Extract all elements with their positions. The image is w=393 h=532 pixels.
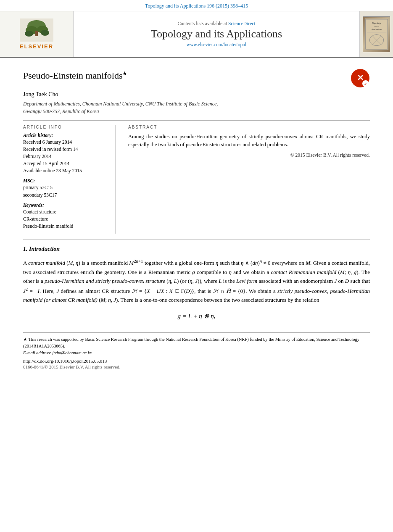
journal-center-info: Contents lists available at ScienceDirec… — [74, 11, 359, 57]
received-2: Received in revised form 14 — [23, 146, 108, 153]
article-info-label: ARTICLE INFO — [23, 125, 108, 129]
msc-secondary: secondary 53C17 — [23, 192, 108, 198]
keyword-1: Contact structure — [23, 208, 108, 215]
info-abstract-row: ARTICLE INFO Article history: Received 6… — [23, 125, 370, 234]
article-body: Pseudo-Einstein manifolds★ ✕ ✓ Jong Taek… — [0, 58, 393, 378]
logo-right: Topology and its Applications — [359, 11, 393, 57]
contents-available: Contents lists available at ScienceDirec… — [177, 21, 255, 26]
abstract-copyright: © 2015 Elsevier B.V. All rights reserved… — [128, 153, 370, 158]
doi-link[interactable]: http://dx.doi.org/10.1016/j.topol.2015.0… — [23, 358, 370, 363]
logo-left: ELSEVIER — [0, 11, 74, 57]
journal-title: Topology and its Applications — [151, 28, 282, 40]
section-divider — [23, 240, 370, 240]
accepted-date: Accepted 15 April 2014 — [23, 160, 108, 167]
article-info-column: ARTICLE INFO Article history: Received 6… — [23, 125, 116, 234]
article-title: Pseudo-Einstein manifolds★ — [23, 70, 127, 81]
issn-copyright: 0166-8641/© 2015 Elsevier B.V. All right… — [23, 364, 370, 369]
keywords-label: Keywords: — [23, 203, 108, 208]
abstract-label: ABSTRACT — [128, 125, 370, 129]
divider-1 — [23, 120, 370, 121]
footnote-area: ★ This research was supported by Basic S… — [23, 332, 370, 370]
received-1: Received 6 January 2014 — [23, 139, 108, 145]
math-equation: g = L + η ⊗ η, — [23, 312, 370, 320]
introduction-paragraph: A contact manifold (M, η) is a smooth ma… — [23, 258, 370, 305]
science-direct-link[interactable]: ScienceDirect — [228, 21, 256, 26]
journal-url[interactable]: www.elsevier.com/locate/topol — [187, 42, 246, 47]
keyword-3: Pseudo-Einstein manifold — [23, 223, 108, 229]
title-star: ★ — [122, 70, 127, 76]
svg-point-5 — [25, 31, 33, 37]
journal-link[interactable]: Topology and its Applications 196 (2015)… — [145, 3, 248, 9]
msc-label: MSC: — [23, 178, 108, 183]
journal-header: ELSEVIER Contents lists available at Sci… — [0, 11, 393, 58]
tree-illustration — [20, 18, 53, 42]
journal-cover-thumbnail: Topology and its Applications — [363, 16, 390, 52]
footnote-email: E-mail address: jtcho@chonnam.ac.kr. — [23, 350, 370, 355]
footnote-star: ★ This research was supported by Basic S… — [23, 336, 370, 350]
crossmark-badge[interactable]: ✕ ✓ — [351, 68, 370, 88]
elsevier-wordmark: ELSEVIER — [20, 43, 53, 50]
svg-text:✕: ✕ — [357, 73, 364, 82]
elsevier-logo: ELSEVIER — [20, 18, 53, 50]
article-title-row: Pseudo-Einstein manifolds★ ✕ ✓ — [23, 70, 370, 88]
svg-rect-4 — [35, 31, 38, 36]
keywords-block: Keywords: Contact structure CR-structure… — [23, 203, 108, 229]
received-2b: February 2014 — [23, 153, 108, 160]
available-online: Available online 23 May 2015 — [23, 167, 108, 174]
cover-image: Topology and its Applications — [364, 18, 389, 50]
svg-text:✓: ✓ — [364, 82, 367, 86]
author-affiliation: Department of Mathematics, Chonnam Natio… — [23, 100, 370, 115]
email-link[interactable]: jtcho@chonnam.ac.kr — [53, 350, 91, 355]
author-name: Jong Taek Cho — [23, 91, 370, 98]
svg-point-6 — [41, 30, 49, 36]
msc-block: MSC: primary 53C15 secondary 53C17 — [23, 178, 108, 198]
article-history-block: Article history: Received 6 January 2014… — [23, 133, 108, 174]
doi-anchor[interactable]: http://dx.doi.org/10.1016/j.topol.2015.0… — [23, 358, 107, 363]
svg-text:and its: and its — [374, 25, 379, 27]
msc-primary: primary 53C15 — [23, 184, 108, 191]
section-introduction-title: 1. Introduction — [23, 246, 370, 253]
history-label: Article history: — [23, 133, 108, 138]
svg-text:Topology: Topology — [372, 22, 381, 24]
svg-text:Applications: Applications — [372, 28, 382, 30]
keyword-2: CR-structure — [23, 216, 108, 222]
abstract-text: Among the studies on pseudo-Hermitian ge… — [128, 133, 370, 149]
abstract-column: ABSTRACT Among the studies on pseudo-Her… — [128, 125, 370, 234]
top-bar: Topology and its Applications 196 (2015)… — [0, 0, 393, 11]
doi-area: http://dx.doi.org/10.1016/j.topol.2015.0… — [23, 358, 370, 369]
